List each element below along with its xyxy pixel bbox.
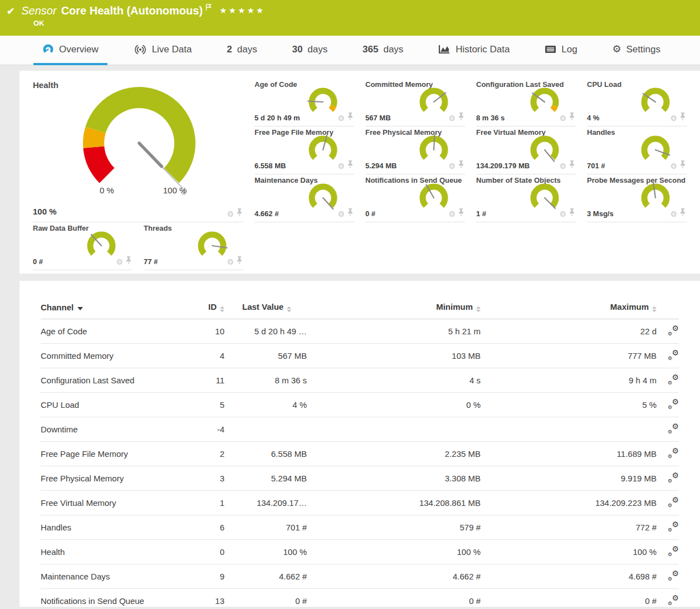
table-row[interactable]: Free Physical Memory 3 5.294 MB 3.308 MB…: [41, 466, 679, 491]
tab-settings[interactable]: ⚙ Settings: [603, 36, 669, 65]
channel-settings-gears-icon[interactable]: ⚙⚙: [668, 472, 679, 483]
table-row[interactable]: Free Virtual Memory 1 134.209.17… 134.20…: [41, 491, 679, 515]
channel-settings-gears-icon[interactable]: ⚙⚙: [668, 374, 679, 384]
gauge-label: Threads: [144, 224, 172, 232]
table-row[interactable]: Health 0 100 % 100 % 100 % ⚙⚙: [41, 540, 679, 564]
gauge-settings-gear-icon[interactable]: ⚙: [227, 258, 234, 266]
pin-icon[interactable]: [458, 113, 464, 123]
gauge-settings-gear-icon[interactable]: ⚙: [559, 114, 566, 122]
cell-min: 4 s: [307, 368, 481, 393]
table-row[interactable]: Notifications in Send Queue 13 0 # 0 # 0…: [41, 589, 679, 609]
cell-max: 772 #: [481, 515, 657, 540]
gauge-settings-gear-icon[interactable]: ⚙: [559, 162, 566, 170]
table-row[interactable]: Maintenance Days 9 4.662 # 4.662 # 4.698…: [41, 564, 679, 589]
column-header-last-value[interactable]: Last Value: [224, 296, 307, 319]
sensor-title: Core Health (Autonomous): [61, 4, 203, 17]
tab-live-data[interactable]: Live Data: [125, 36, 201, 65]
channels-table: Channel ID Last Value Minimum Maximum Ag…: [41, 296, 679, 609]
pin-icon[interactable]: [237, 208, 242, 219]
priority-stars[interactable]: ★★★★★: [219, 6, 265, 16]
pin-icon[interactable]: [569, 113, 575, 123]
tab-bar: Overview Live Data 2 days 30 days 365 da…: [0, 36, 700, 65]
gauge-cell-cpu-load: CPU Load 4 % ⚙: [587, 79, 687, 126]
channel-settings-gears-icon[interactable]: ⚙⚙: [668, 595, 679, 605]
table-row[interactable]: Free Page File Memory 2 6.558 MB 2.235 M…: [41, 442, 679, 466]
gauge-settings-gear-icon[interactable]: ⚙: [337, 162, 345, 170]
cell-min: 134.208.861 MB: [307, 491, 481, 515]
tab-365-days[interactable]: 365 days: [354, 36, 412, 65]
pin-icon[interactable]: [347, 113, 353, 123]
cell-min: 4.662 #: [307, 564, 481, 589]
column-header-maximum[interactable]: Maximum: [481, 296, 657, 319]
gauge-dial: [526, 133, 562, 168]
gauge-settings-gear-icon[interactable]: ⚙: [448, 210, 456, 218]
channel-settings-gears-icon[interactable]: ⚙⚙: [668, 448, 679, 458]
pin-icon[interactable]: [237, 256, 242, 267]
gauge-dial: [526, 181, 562, 216]
tab-overview[interactable]: Overview: [33, 36, 107, 65]
table-row[interactable]: Age of Code 10 5 d 20 h 49 … 5 h 21 m 22…: [41, 319, 679, 344]
gauge-value: 6.558 MB: [254, 162, 286, 170]
cell-min: 0 #: [307, 589, 481, 609]
gauge-dial: [415, 181, 452, 216]
tab-log[interactable]: Log: [536, 36, 586, 65]
gauge-settings-gear-icon[interactable]: ⚙: [227, 210, 234, 218]
column-header-id[interactable]: ID: [181, 296, 224, 319]
pin-icon[interactable]: [458, 208, 464, 219]
gauge-settings-gear-icon[interactable]: ⚙: [670, 210, 677, 218]
channel-settings-gears-icon[interactable]: ⚙⚙: [668, 325, 679, 335]
gauge-cell-free-physical-memory: Free Physical Memory 5.294 MB ⚙: [365, 126, 465, 174]
gauge-icon: [42, 43, 54, 55]
gauge-settings-gear-icon[interactable]: ⚙: [670, 162, 677, 170]
cell-id: 0: [181, 540, 224, 564]
gauge-settings-gear-icon[interactable]: ⚙: [448, 162, 456, 170]
cell-id: -4: [181, 417, 224, 442]
gauge-value: 0 #: [365, 210, 375, 218]
gauge-settings-gear-icon[interactable]: ⚙: [559, 210, 566, 218]
settings-icon: ⚙: [612, 44, 621, 55]
cell-channel: Notifications in Send Queue: [41, 589, 181, 609]
table-row[interactable]: Committed Memory 4 567 MB 103 MB 777 MB …: [41, 344, 679, 368]
channel-settings-gears-icon[interactable]: ⚙⚙: [668, 423, 679, 433]
column-header-channel[interactable]: Channel: [41, 296, 181, 319]
priority-flag-icon[interactable]: [205, 3, 212, 13]
gauge-settings-gear-icon[interactable]: ⚙: [337, 210, 345, 218]
channel-settings-gears-icon[interactable]: ⚙⚙: [668, 546, 679, 556]
pin-icon[interactable]: [569, 160, 575, 171]
channel-settings-gears-icon[interactable]: ⚙⚙: [668, 399, 679, 409]
gauge-settings-gear-icon[interactable]: ⚙: [448, 114, 456, 122]
cell-channel: Free Physical Memory: [41, 466, 181, 491]
cell-max: 777 MB: [481, 344, 657, 368]
cell-last: 567 MB: [224, 344, 307, 368]
table-row[interactable]: Configuration Last Saved 11 8 m 36 s 4 s…: [41, 368, 679, 393]
pin-icon[interactable]: [458, 160, 464, 171]
channel-settings-gears-icon[interactable]: ⚙⚙: [668, 497, 679, 507]
gauge-settings-gear-icon[interactable]: ⚙: [670, 114, 677, 122]
pin-icon[interactable]: [126, 256, 131, 267]
channel-settings-gears-icon[interactable]: ⚙⚙: [668, 522, 679, 532]
cell-min: 3.308 MB: [307, 466, 481, 491]
gauge-settings-gear-icon[interactable]: ⚙: [337, 114, 345, 122]
column-header-minimum[interactable]: Minimum: [307, 296, 481, 319]
table-row[interactable]: Handles 6 701 # 579 # 772 # ⚙⚙: [41, 515, 679, 540]
tab-2-days[interactable]: 2 days: [218, 36, 266, 65]
cell-last: 100 %: [224, 540, 307, 564]
pin-icon[interactable]: [680, 160, 686, 171]
table-row[interactable]: CPU Load 5 4 % 0 % 5 % ⚙⚙: [41, 393, 679, 417]
pin-icon[interactable]: [680, 208, 686, 219]
channel-settings-gears-icon[interactable]: ⚙⚙: [668, 350, 679, 360]
cell-channel: Age of Code: [41, 319, 181, 344]
pin-icon[interactable]: [569, 208, 575, 219]
gauge-value: 701 #: [587, 162, 605, 170]
pin-icon[interactable]: [347, 160, 353, 171]
table-row[interactable]: Downtime -4 ⚙⚙: [41, 417, 679, 442]
pin-icon[interactable]: [680, 113, 686, 123]
gauge-settings-gear-icon[interactable]: ⚙: [116, 258, 123, 266]
cell-last: 4 %: [224, 393, 307, 417]
channel-settings-gears-icon[interactable]: ⚙⚙: [668, 571, 679, 581]
tab-30-days[interactable]: 30 days: [283, 36, 336, 65]
cell-channel: CPU Load: [41, 393, 181, 417]
pin-icon[interactable]: [347, 208, 353, 219]
tab-historic-data[interactable]: Historic Data: [429, 36, 518, 65]
gauge-dial: [637, 181, 673, 216]
